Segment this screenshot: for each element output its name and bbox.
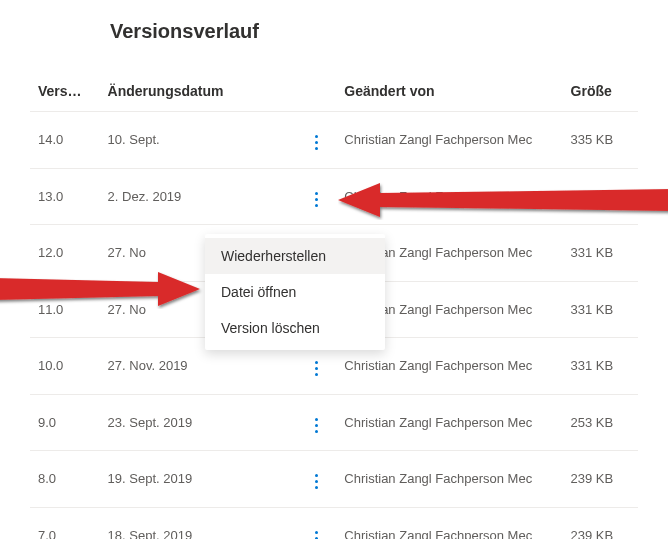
more-icon[interactable] (308, 188, 326, 210)
cell-size: 331 KB (563, 338, 638, 395)
cell-date: 23. Sept. 2019 (100, 394, 297, 451)
cell-who: Christian Zangl Fachperson Mec (336, 168, 562, 225)
col-header-version[interactable]: Vers… (30, 71, 100, 112)
cell-who: Christian Zangl Fachperson Mec (336, 112, 562, 169)
col-header-date[interactable]: Änderungsdatum (100, 71, 297, 112)
context-menu: Wiederherstellen Datei öffnen Version lö… (205, 234, 385, 350)
menu-item-delete[interactable]: Version löschen (205, 310, 385, 346)
table-row[interactable]: 13.02. Dez. 2019Christian Zangl Fachpers… (30, 168, 638, 225)
cell-size: 335 KB (563, 168, 638, 225)
more-icon[interactable] (308, 527, 326, 539)
cell-size: 253 KB (563, 394, 638, 451)
col-header-who[interactable]: Geändert von (336, 71, 562, 112)
cell-who: Christian Zangl Fachperson Mec (336, 507, 562, 539)
cell-date: 2. Dez. 2019 (100, 168, 297, 225)
table-row[interactable]: 9.023. Sept. 2019Christian Zangl Fachper… (30, 394, 638, 451)
cell-size: 331 KB (563, 281, 638, 338)
cell-version: 13.0 (30, 168, 100, 225)
table-row[interactable]: 7.018. Sept. 2019Christian Zangl Fachper… (30, 507, 638, 539)
cell-date: 10. Sept. (100, 112, 297, 169)
table-row[interactable]: 14.010. Sept.Christian Zangl Fachperson … (30, 112, 638, 169)
page-title: Versionsverlauf (110, 20, 638, 43)
cell-size: 335 KB (563, 112, 638, 169)
cell-date: 19. Sept. 2019 (100, 451, 297, 508)
cell-version: 11.0 (30, 281, 100, 338)
menu-item-open[interactable]: Datei öffnen (205, 274, 385, 310)
cell-version: 14.0 (30, 112, 100, 169)
cell-who: Christian Zangl Fachperson Mec (336, 451, 562, 508)
more-icon[interactable] (308, 132, 326, 154)
col-header-size[interactable]: Größe (563, 71, 638, 112)
menu-item-restore[interactable]: Wiederherstellen (205, 238, 385, 274)
table-row[interactable]: 8.019. Sept. 2019Christian Zangl Fachper… (30, 451, 638, 508)
cell-who: Christian Zangl Fachperson Mec (336, 394, 562, 451)
more-icon[interactable] (308, 414, 326, 436)
cell-version: 12.0 (30, 225, 100, 282)
cell-version: 9.0 (30, 394, 100, 451)
cell-size: 239 KB (563, 451, 638, 508)
cell-version: 8.0 (30, 451, 100, 508)
cell-date: 18. Sept. 2019 (100, 507, 297, 539)
cell-version: 7.0 (30, 507, 100, 539)
cell-version: 10.0 (30, 338, 100, 395)
more-icon[interactable] (308, 358, 326, 380)
cell-size: 239 KB (563, 507, 638, 539)
more-icon[interactable] (308, 471, 326, 493)
cell-size: 331 KB (563, 225, 638, 282)
